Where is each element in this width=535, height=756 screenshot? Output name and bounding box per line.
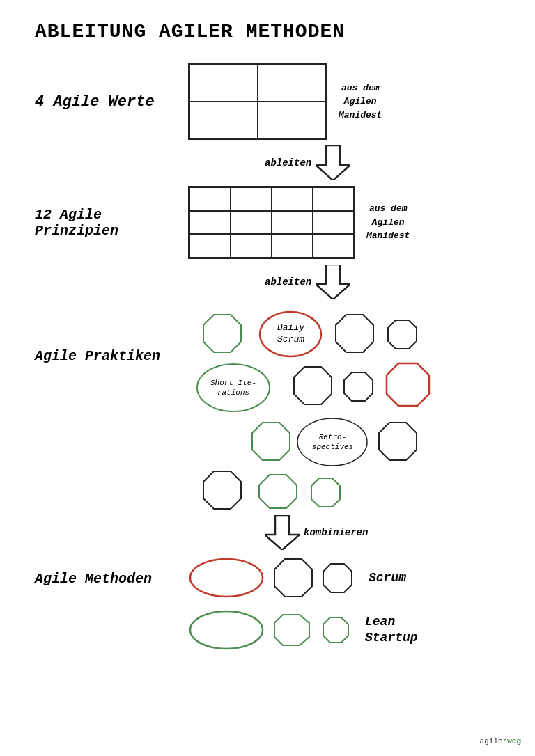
watermark: agilerweg — [480, 737, 521, 746]
retrospectives-label: Retro-spectives — [296, 416, 369, 468]
short-iterations-label: Short Ite-rations — [195, 362, 272, 414]
arrow-3-container: kombinieren — [265, 515, 507, 550]
grid-cell — [272, 187, 313, 211]
lean-small-green-octagon — [322, 616, 350, 644]
svg-marker-15 — [311, 478, 340, 507]
black-octagon-2 — [293, 365, 333, 406]
grid-cell — [189, 65, 258, 102]
arrow-2-svg — [316, 265, 350, 299]
lean-startup-row: LeanStartup — [188, 609, 418, 651]
prinzipien-aside: aus demAgilenManidest — [366, 202, 410, 243]
svg-marker-19 — [323, 564, 352, 592]
svg-point-20 — [190, 611, 263, 649]
scrum-row: Scrum — [188, 557, 418, 599]
arrow-3-svg — [265, 515, 300, 550]
small-black-octagon-1 — [387, 319, 418, 350]
arrow-2-container: ableiten — [265, 265, 507, 299]
svg-marker-10 — [252, 423, 290, 460]
grid-cell — [189, 102, 258, 139]
grid-cell — [231, 234, 272, 258]
scrum-red-ellipse — [188, 557, 265, 599]
black-octagon-1 — [334, 313, 375, 354]
grid-cell — [258, 65, 326, 102]
small-black-octagon-2 — [343, 371, 374, 402]
page: ABLEITUNG AGILER METHODEN 4 Agile Werte … — [0, 0, 535, 756]
methoden-label: Agile Methoden — [35, 557, 174, 587]
praktiken-label: Agile Praktiken — [35, 306, 174, 364]
grid-cell — [189, 187, 231, 211]
scrum-black-octagon — [273, 558, 313, 598]
grid-cell — [189, 211, 231, 235]
arrow-1-container: ableiten — [265, 145, 507, 180]
green-octagon-3 — [258, 473, 298, 510]
werte-label: 4 Agile Werte — [35, 93, 174, 111]
green-octagon-2 — [251, 421, 291, 462]
svg-marker-18 — [274, 559, 312, 597]
green-octagon-1 — [202, 313, 242, 354]
svg-marker-12 — [379, 423, 417, 460]
grid-cell — [313, 187, 354, 211]
arrow-1-svg — [316, 145, 350, 180]
grid-cell — [231, 211, 272, 235]
svg-marker-0 — [316, 145, 350, 180]
methoden-shapes-area: Scrum LeanStartup — [188, 557, 418, 651]
prinzipien-label: 12 Agile Prinzipien — [35, 207, 174, 239]
grid-cell — [189, 234, 231, 258]
svg-marker-13 — [203, 471, 241, 509]
werte-aside: aus demAgilenManidest — [339, 81, 382, 123]
arrow-3-label: kombinieren — [304, 527, 368, 538]
prinzipien-grid — [188, 186, 355, 259]
svg-marker-1 — [316, 265, 350, 299]
svg-marker-5 — [388, 320, 417, 349]
praktiken-shapes-area: DailyScrum Short Ite-rations — [188, 306, 453, 508]
svg-point-17 — [190, 559, 263, 597]
svg-marker-2 — [203, 315, 241, 352]
svg-marker-16 — [265, 515, 300, 550]
grid-cell — [313, 234, 354, 258]
werte-grid — [188, 63, 327, 140]
grid-cell — [258, 102, 326, 139]
lean-startup-label: LeanStartup — [365, 614, 418, 647]
arrow-1-label: ableiten — [265, 157, 311, 168]
page-title: ABLEITUNG AGILER METHODEN — [35, 21, 507, 42]
arrow-2-label: ableiten — [265, 276, 311, 288]
scrum-label: Scrum — [369, 571, 406, 585]
daily-scrum-label: DailyScrum — [258, 310, 324, 359]
svg-marker-22 — [323, 617, 348, 643]
red-octagon-1 — [385, 362, 431, 407]
svg-marker-4 — [336, 315, 373, 352]
svg-marker-14 — [259, 475, 297, 508]
black-octagon-3 — [378, 421, 418, 462]
svg-marker-8 — [344, 372, 373, 401]
scrum-small-octagon — [322, 562, 353, 594]
grid-cell — [272, 211, 313, 235]
svg-marker-9 — [387, 363, 429, 406]
black-octagon-4 — [202, 470, 242, 510]
svg-marker-7 — [294, 367, 332, 404]
lean-green-octagon — [273, 613, 313, 647]
small-green-octagon-1 — [310, 477, 341, 508]
grid-cell — [231, 187, 272, 211]
grid-cell — [313, 211, 354, 235]
svg-marker-21 — [274, 615, 309, 645]
lean-ellipse — [188, 609, 265, 651]
grid-cell — [272, 234, 313, 258]
